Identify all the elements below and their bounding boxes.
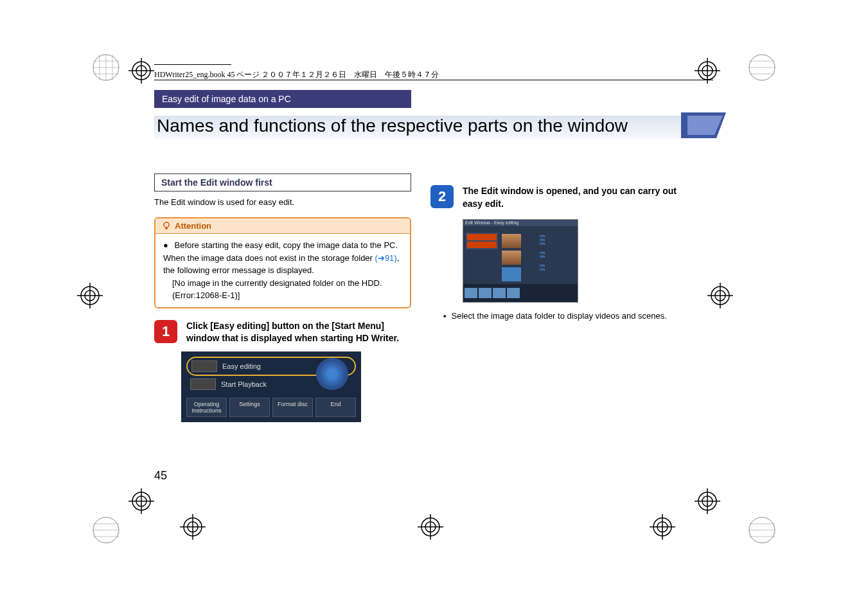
- crop-mark-icon: [180, 514, 206, 540]
- page-title: Names and functions of the respective pa…: [157, 116, 628, 136]
- timeline-thumb[interactable]: [507, 288, 520, 298]
- video-thumbnail[interactable]: [502, 251, 521, 265]
- print-header-label: HDWriter25_eng.book 45 ページ ２００７年１２月２６日 水…: [154, 69, 439, 80]
- svg-point-57: [164, 222, 169, 227]
- registration-mark-icon: [90, 51, 122, 84]
- attention-bulb-icon: [162, 222, 171, 231]
- page-number: 45: [154, 469, 167, 483]
- window-titlebar: Edit Window - Easy editing: [463, 220, 578, 226]
- attention-box: Attention Before starting the easy edit,…: [154, 217, 411, 308]
- header-rule: [154, 80, 713, 80]
- intro-text: The Edit window is used for easy edit.: [154, 197, 411, 208]
- video-thumbnail[interactable]: [502, 234, 521, 248]
- right-column: 2 The Edit window is opened, and you can…: [430, 173, 687, 422]
- format-disc-button[interactable]: Format disc: [272, 398, 313, 417]
- registration-mark-icon: [746, 51, 778, 84]
- attention-body-text: Before starting the easy edit, copy the …: [163, 239, 402, 277]
- left-column: Start the Edit window first The Edit win…: [154, 173, 411, 422]
- step-number: 2: [430, 185, 454, 208]
- easy-editing-label: Easy editing: [222, 362, 261, 370]
- timeline-thumb[interactable]: [479, 288, 492, 298]
- playback-icon: [190, 378, 216, 390]
- page-title-bar: Names and functions of the respective pa…: [154, 116, 713, 148]
- crop-mark-icon: [128, 58, 154, 84]
- crop-mark-icon: [650, 514, 675, 540]
- attention-label: Attention: [175, 221, 211, 231]
- sidebar: [466, 233, 498, 249]
- timeline-strip: [463, 284, 578, 302]
- step-1: 1 Click [Easy editing] button on the [St…: [154, 320, 411, 345]
- section-heading: Easy edit of image data on a PC: [154, 90, 411, 108]
- cross-reference-link[interactable]: (➜91): [375, 253, 397, 263]
- info-panel: InfoInfoInfo InfoInfo InfoInfo: [540, 234, 575, 276]
- crop-mark-icon: [128, 488, 154, 514]
- edit-window-screenshot: Edit Window - Easy editing InfoInfoInfo …: [463, 219, 578, 303]
- thumbnail-list: [502, 234, 521, 281]
- settings-button[interactable]: Settings: [229, 398, 270, 417]
- registration-mark-icon: [746, 514, 778, 546]
- svg-rect-58: [166, 227, 168, 229]
- registration-mark-icon: [90, 514, 122, 546]
- bullet-note: • Select the image data folder to displa…: [443, 310, 687, 322]
- start-menu-screenshot: Easy editing Start Playback Operating In…: [181, 351, 361, 422]
- timeline-thumb[interactable]: [465, 288, 477, 298]
- step-2: 2 The Edit window is opened, and you can…: [430, 185, 687, 210]
- step-instruction: Click [Easy editing] button on the [Star…: [186, 320, 411, 345]
- title-accent-icon: [681, 112, 726, 145]
- crop-mark-icon: [77, 283, 103, 308]
- bullet-text-content: Select the image data folder to display …: [452, 310, 667, 322]
- step-number: 1: [154, 320, 177, 343]
- attention-error-text: [No image in the currently designated fo…: [172, 277, 402, 302]
- step-instruction: The Edit window is opened, and you can c…: [463, 185, 687, 210]
- operating-instructions-button[interactable]: Operating Instructions: [186, 398, 227, 417]
- start-playback-label: Start Playback: [221, 380, 267, 388]
- sidebar-item[interactable]: [467, 242, 497, 248]
- header-rule: [154, 64, 231, 65]
- sidebar-item[interactable]: [467, 234, 497, 240]
- timeline-thumb[interactable]: [493, 288, 506, 298]
- sub-heading: Start the Edit window first: [154, 173, 411, 191]
- video-thumbnail[interactable]: [502, 267, 521, 281]
- end-button[interactable]: End: [315, 398, 356, 417]
- easy-editing-icon: [191, 360, 217, 372]
- crop-mark-icon: [695, 488, 720, 514]
- disc-icon: [316, 358, 348, 390]
- page-content: Easy edit of image data on a PC Names an…: [154, 90, 713, 422]
- crop-mark-icon: [418, 514, 443, 540]
